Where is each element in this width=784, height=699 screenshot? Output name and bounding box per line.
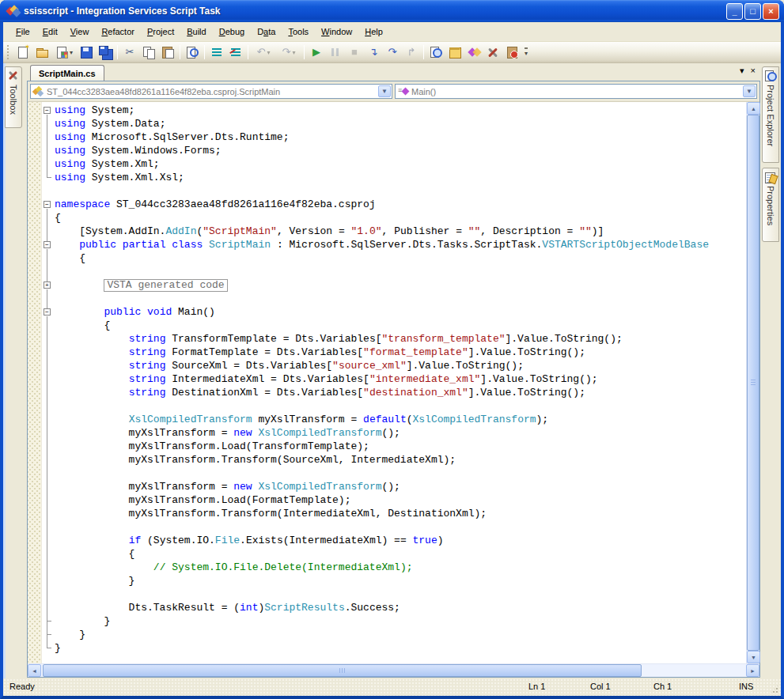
code-line: Dts.TaskResult = (int)ScriptResults.Succ…	[42, 601, 746, 614]
toolbar-separator	[204, 45, 205, 59]
find-icon[interactable]	[183, 43, 202, 61]
menu-view[interactable]: View	[64, 24, 96, 40]
comment-icon[interactable]	[207, 43, 226, 61]
props-icon	[764, 171, 777, 183]
status-line: Ln 1	[528, 682, 545, 691]
code-editor[interactable]: −using System;using System.Data;using Mi…	[28, 102, 759, 663]
members-dropdown[interactable]: Main() ▼	[395, 84, 757, 99]
tab-list-chevron-icon[interactable]: ▾	[740, 66, 744, 76]
menu-tools[interactable]: Tools	[282, 24, 315, 40]
code-line	[42, 399, 746, 413]
fold-marker[interactable]: −	[44, 308, 51, 315]
start-debug-icon[interactable]: ▶	[307, 43, 326, 61]
code-lines[interactable]: −using System;using System.Data;using Mi…	[42, 102, 746, 663]
status-insert-mode: INS	[739, 682, 753, 691]
editor-frame: ST_044cc3283aea48fd8261a116e4f82eba.cspr…	[27, 81, 760, 678]
code-line: myXslTransform.Transform(IntermediateXml…	[42, 507, 746, 520]
step-over-icon[interactable]: ↷	[383, 43, 402, 61]
redo-icon[interactable]: ↷▾	[276, 43, 301, 61]
fold-marker[interactable]: −	[44, 201, 51, 208]
menu-edit[interactable]: Edit	[36, 24, 64, 40]
sidebar-tab-toolbox[interactable]: Toolbox	[5, 66, 22, 128]
save-all-icon[interactable]	[96, 43, 115, 61]
paste-icon[interactable]	[158, 43, 177, 61]
minimize-button[interactable]: _	[726, 3, 743, 20]
stop-icon[interactable]: ■	[345, 43, 364, 61]
horizontal-scroll-thumb[interactable]	[43, 664, 642, 677]
cut-icon[interactable]: ✂	[120, 43, 139, 61]
fold-gutter	[42, 171, 55, 184]
menu-build[interactable]: Build	[180, 24, 212, 40]
copy-icon[interactable]	[139, 43, 158, 61]
code-line: [System.AddIn.AddIn("ScriptMain", Versio…	[42, 225, 746, 238]
menu-debug[interactable]: Debug	[213, 24, 251, 40]
fold-gutter	[42, 493, 55, 507]
fold-gutter	[42, 574, 55, 588]
code-line: using System.Xml.Xsl;	[42, 171, 746, 184]
horizontal-scrollbar[interactable]: ◄ ►	[28, 663, 759, 677]
types-dropdown[interactable]: ST_044cc3283aea48fd8261a116e4f82eba.cspr…	[30, 84, 392, 99]
error-list-icon[interactable]	[502, 43, 521, 61]
fold-gutter	[42, 561, 55, 574]
close-button[interactable]: ×	[763, 3, 779, 20]
scroll-up-icon[interactable]: ▲	[747, 102, 760, 115]
code-line: if (System.IO.File.Exists(IntermediateXm…	[42, 534, 746, 547]
method-icon	[398, 86, 409, 97]
tab-scriptmain[interactable]: ScriptMain.cs	[30, 65, 104, 81]
code-line	[42, 184, 746, 198]
menu-refactor[interactable]: Refactor	[95, 24, 141, 40]
code-line: }	[42, 614, 746, 628]
collapsed-region[interactable]: VSTA generated code	[104, 279, 227, 292]
fold-marker[interactable]: −	[44, 107, 51, 114]
toolbar-separator	[117, 45, 118, 59]
status-ready: Ready	[9, 682, 35, 691]
code-line: myXslTransform = new XslCompiledTransfor…	[42, 480, 746, 493]
menu-window[interactable]: Window	[315, 24, 358, 40]
pause-icon[interactable]	[326, 43, 345, 61]
menu-file[interactable]: File	[9, 24, 36, 40]
properties-window-icon[interactable]	[445, 43, 464, 61]
vertical-scrollbar[interactable]: ▲ ▼	[746, 102, 759, 663]
uncomment-icon[interactable]	[226, 43, 245, 61]
fold-gutter	[42, 426, 55, 440]
toolbox-icon[interactable]	[483, 43, 502, 61]
menu-data[interactable]: Data	[251, 24, 282, 40]
code-line	[42, 265, 746, 278]
sidebar-tab-properties[interactable]: Properties	[762, 168, 779, 242]
undo-icon[interactable]: ↶▾	[251, 43, 276, 61]
save-icon[interactable]	[77, 43, 96, 61]
fold-gutter	[42, 346, 55, 359]
step-out-icon[interactable]: ↱	[402, 43, 421, 61]
solution-explorer-icon[interactable]	[426, 43, 445, 61]
vertical-scroll-thumb[interactable]	[747, 115, 759, 651]
toolbar-grip[interactable]	[7, 45, 11, 59]
title-bar[interactable]: ssisscript - Integration Services Script…	[0, 0, 784, 22]
add-item-icon[interactable]: ▾	[51, 43, 77, 61]
scroll-right-icon[interactable]: ►	[746, 664, 759, 677]
fold-marker[interactable]: +	[44, 281, 51, 289]
code-line: − public void Main()	[42, 305, 746, 319]
fold-gutter	[42, 588, 55, 601]
scroll-down-icon[interactable]: ▼	[747, 651, 760, 663]
fold-gutter	[42, 251, 55, 265]
menu-project[interactable]: Project	[141, 24, 180, 40]
scroll-left-icon[interactable]: ◄	[28, 664, 41, 677]
tab-close-icon[interactable]: ×	[751, 66, 756, 76]
step-into-icon[interactable]: ↴	[364, 43, 383, 61]
chevron-down-icon[interactable]: ▼	[378, 85, 391, 97]
fold-marker[interactable]: −	[44, 241, 51, 248]
maximize-button[interactable]: □	[744, 3, 761, 20]
right-tab-strip: Project ExplorerProperties	[760, 63, 781, 678]
fold-gutter	[42, 440, 55, 453]
object-browser-icon[interactable]	[464, 43, 483, 61]
code-line: myXslTransform.Load(FormatTemplate);	[42, 493, 746, 507]
code-line: using Microsoft.SqlServer.Dts.Runtime;	[42, 130, 746, 144]
toolbar-overflow-icon[interactable]: ▾	[525, 47, 528, 57]
chevron-down-icon[interactable]: ▼	[743, 85, 756, 97]
new-item-icon[interactable]	[13, 43, 32, 61]
resize-grip[interactable]	[769, 684, 779, 694]
open-file-icon[interactable]	[32, 43, 51, 61]
sidebar-tab-project-explorer[interactable]: Project Explorer	[762, 66, 779, 163]
menu-help[interactable]: Help	[358, 24, 389, 40]
fold-gutter	[42, 453, 55, 467]
